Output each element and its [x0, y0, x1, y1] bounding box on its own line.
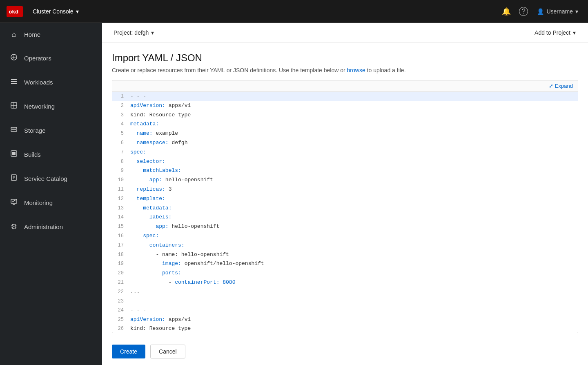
line-content: spec: [129, 232, 578, 240]
expand-button[interactable]: ⤢ Expand [549, 83, 573, 89]
cluster-console-button[interactable]: Cluster Console ▾ [29, 6, 82, 17]
project-chevron: ▾ [151, 29, 154, 36]
line-number: 17 [112, 241, 129, 249]
line-content: kind: Resource type [129, 325, 578, 333]
svg-rect-7 [11, 127, 17, 129]
line-number: 3 [112, 111, 129, 119]
line-content: replicas: 3 [129, 185, 578, 194]
line-content: app: hello-openshift [129, 176, 578, 185]
add-to-project-button[interactable]: Add to Project ▾ [530, 27, 580, 38]
editor-line: 11 replicas: 3 [112, 185, 578, 194]
line-content: namespace: defgh [129, 139, 578, 147]
sidebar-item-label: Monitoring [24, 199, 53, 206]
editor-line: 4metadata: [112, 120, 578, 129]
add-to-project-chevron: ▾ [573, 29, 576, 36]
expand-icon: ⤢ [549, 83, 553, 89]
editor-line: 9 matchLabels: [112, 166, 578, 176]
line-content: - - - [129, 306, 578, 315]
editor-line: 24- - - [112, 306, 578, 315]
line-number: 18 [112, 251, 129, 259]
editor-body[interactable]: 1- - -2apiVersion: apps/v13kind: Resourc… [112, 92, 578, 333]
sidebar-item-service-catalog[interactable]: Service Catalog [0, 167, 102, 191]
description-suffix: to upload a file. [365, 67, 406, 73]
line-number: 16 [112, 232, 129, 240]
notification-button[interactable]: 🔔 [499, 4, 513, 18]
line-content: ports: [129, 269, 578, 278]
sub-header: Project: defgh ▾ Add to Project ▾ [102, 23, 588, 42]
editor-line: 3kind: Resource type [112, 111, 578, 120]
line-content: name: example [129, 129, 578, 138]
line-content: - name: hello-openshift [129, 251, 578, 259]
create-button[interactable]: Create [112, 345, 145, 358]
sidebar-item-operators[interactable]: Operators [0, 46, 102, 70]
sidebar-item-workloads[interactable]: Workloads [0, 70, 102, 94]
line-number: 21 [112, 278, 129, 287]
line-number: 19 [112, 260, 129, 268]
add-to-project-label: Add to Project [535, 29, 570, 36]
line-content: metadata: [129, 120, 578, 129]
line-number: 22 [112, 288, 129, 296]
sidebar-item-networking[interactable]: Networking [0, 94, 102, 118]
line-content: ... [129, 288, 578, 296]
editor-line: 14 labels: [112, 213, 578, 222]
user-icon: 👤 [537, 8, 544, 15]
line-content: - containerPort: 8080 [129, 278, 578, 287]
line-number: 12 [112, 195, 129, 203]
line-number: 8 [112, 158, 129, 166]
browse-link[interactable]: browse [347, 67, 365, 73]
sidebar-item-builds[interactable]: Builds [0, 142, 102, 167]
cancel-button[interactable]: Cancel [150, 345, 185, 358]
editor-line: 22... [112, 287, 578, 297]
svg-rect-5 [11, 83, 17, 84]
editor-line: 2apiVersion: apps/v1 [112, 101, 578, 111]
editor-line: 5 name: example [112, 129, 578, 138]
line-number: 10 [112, 176, 129, 184]
line-number: 24 [112, 306, 129, 314]
line-number: 23 [112, 297, 129, 305]
user-menu-button[interactable]: 👤 Username ▾ [534, 6, 581, 17]
sidebar-item-monitoring[interactable]: Monitoring [0, 191, 102, 215]
line-number: 5 [112, 129, 129, 138]
sidebar-item-label: Workloads [24, 79, 53, 86]
sidebar-item-storage[interactable]: Storage [0, 118, 102, 142]
page-title: Import YAML / JSON [112, 52, 578, 64]
topbar-right: 🔔 ? 👤 Username ▾ [499, 4, 581, 18]
topbar: okd Cluster Console ▾ 🔔 ? 👤 Username ▾ [0, 0, 588, 23]
operators-icon [9, 53, 18, 63]
line-number: 26 [112, 325, 129, 333]
sidebar-item-label: Administration [24, 223, 63, 230]
line-number: 9 [112, 167, 129, 175]
editor-line: 1- - - [112, 92, 578, 101]
editor-line: 16 spec: [112, 231, 578, 241]
description-prefix: Create or replace resources from their Y… [112, 67, 347, 73]
cluster-console-chevron: ▾ [76, 8, 79, 15]
sidebar-item-home[interactable]: ⌂ Home [0, 23, 102, 46]
editor-line: 13 metadata: [112, 204, 578, 213]
svg-rect-10 [12, 152, 16, 155]
networking-icon [9, 102, 18, 111]
line-content: apiVersion: apps/v1 [129, 316, 578, 324]
help-button[interactable]: ? [517, 4, 530, 18]
svg-rect-8 [11, 130, 17, 131]
line-content: app: hello-openshift [129, 223, 578, 231]
main-layout: ⌂ Home Operators Workloads Networking [0, 23, 588, 365]
footer-buttons: Create Cancel [112, 340, 578, 365]
sidebar-item-administration[interactable]: ⚙ Administration [0, 215, 102, 238]
project-label: Project: defgh [114, 29, 149, 36]
editor-line: 20 ports: [112, 269, 578, 278]
line-content: apiVersion: apps/v1 [129, 102, 578, 110]
line-number: 15 [112, 223, 129, 231]
line-number: 25 [112, 316, 129, 324]
sidebar-item-label: Builds [24, 151, 41, 158]
page-content: Import YAML / JSON Create or replace res… [102, 42, 588, 365]
sidebar-item-label: Networking [24, 103, 55, 110]
line-content: kind: Resource type [129, 111, 578, 120]
line-content: labels: [129, 213, 578, 222]
sidebar-item-label: Home [24, 31, 40, 38]
project-selector[interactable]: Project: defgh ▾ [110, 28, 157, 38]
editor-line: 17 containers: [112, 241, 578, 250]
home-icon: ⌂ [9, 30, 18, 39]
editor-line: 25apiVersion: apps/v1 [112, 315, 578, 325]
yaml-editor[interactable]: ⤢ Expand 1- - -2apiVersion: apps/v13kind… [112, 80, 578, 333]
editor-line: 23 [112, 297, 578, 306]
